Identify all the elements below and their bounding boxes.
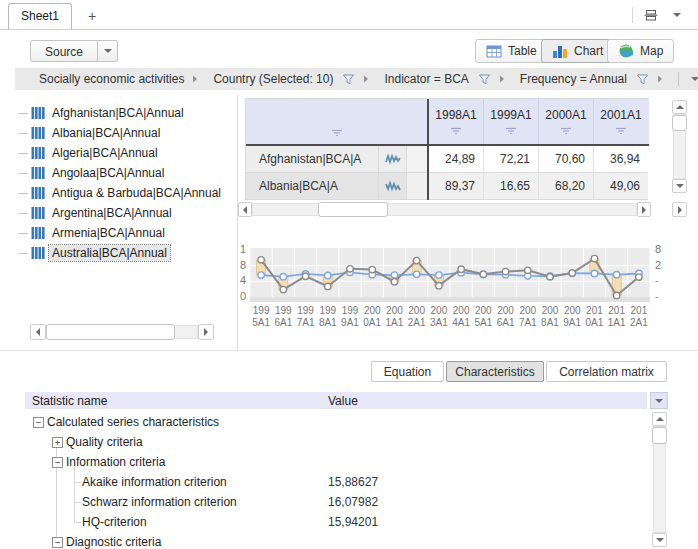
collapse-icon[interactable]: − bbox=[33, 417, 44, 428]
stat-name-column-header[interactable]: Statistic name bbox=[32, 394, 107, 408]
series-bars-icon bbox=[31, 247, 45, 259]
column-header-1998A1[interactable]: 1998A1 bbox=[428, 99, 483, 144]
source-button[interactable]: Source bbox=[30, 40, 98, 62]
tree-item-algeria[interactable]: Algeria|BCA|Annual bbox=[18, 143, 161, 163]
scrollbar-thumb[interactable] bbox=[672, 115, 687, 131]
filter-icon[interactable] bbox=[636, 73, 649, 86]
tree-item-argentina[interactable]: Argentina|BCA|Annual bbox=[18, 203, 175, 223]
selected-series-marker bbox=[436, 282, 442, 288]
view-button-map[interactable]: Map bbox=[607, 39, 674, 63]
filter-icon[interactable] bbox=[342, 73, 355, 86]
tree-item-armenia[interactable]: Armenia|BCA|Annual bbox=[18, 223, 168, 243]
x-axis-label: 0A1 bbox=[586, 317, 604, 328]
stat-row-akaike-information-criterion[interactable]: Akaike information criterion15,88627 bbox=[25, 472, 647, 492]
bar-glyph bbox=[32, 207, 35, 219]
column-filter-icon[interactable] bbox=[331, 129, 343, 137]
stat-name: Akaike information criterion bbox=[82, 475, 227, 489]
tab-correlation-matrix[interactable]: Correlation matrix bbox=[546, 361, 667, 382]
stat-name: Information criteria bbox=[66, 455, 165, 469]
tree-item-afghanistan[interactable]: Afghanistan|BCA|Annual bbox=[18, 103, 187, 123]
scroll-right-button[interactable] bbox=[637, 202, 651, 217]
stat-grid-vscrollbar[interactable] bbox=[652, 412, 667, 549]
scroll-right-button[interactable] bbox=[198, 324, 214, 340]
collapse-icon[interactable]: − bbox=[52, 537, 63, 548]
scrollbar-track[interactable] bbox=[252, 203, 637, 216]
breadcrumb-item[interactable]: Socially economic activities bbox=[39, 72, 197, 86]
right-axis-tick: - bbox=[655, 290, 659, 302]
stat-row-hq-criterion[interactable]: HQ-criterion15,94201 bbox=[25, 512, 647, 532]
tree-item-albania[interactable]: Albania|BCA|Annual bbox=[18, 123, 163, 143]
value-cell: 24,89 bbox=[428, 146, 483, 173]
stat-row-calculated-series-characteristics[interactable]: −Calculated series characteristics bbox=[25, 412, 647, 432]
tree-item-antigua-barbuda[interactable]: Antigua & Barbuda|BCA|Annual bbox=[18, 183, 224, 203]
stat-row-schwarz-information-criterion[interactable]: Schwarz information criterion16,07982 bbox=[25, 492, 647, 512]
bar-glyph bbox=[35, 167, 38, 179]
column-header-1999A1[interactable]: 1999A1 bbox=[483, 99, 538, 144]
bar-glyph bbox=[39, 247, 42, 259]
series-bars-icon bbox=[31, 187, 45, 199]
table-row[interactable]: Afghanistan|BCA|A24,8972,2170,6036,94 bbox=[246, 146, 649, 173]
data-grid-hscrollbar[interactable] bbox=[238, 202, 651, 217]
stat-row-information-criteria[interactable]: −Information criteria bbox=[25, 452, 647, 472]
layout-options-button[interactable] bbox=[640, 5, 662, 25]
view-button-chart[interactable]: Chart bbox=[541, 39, 614, 63]
stat-row-quality-criteria[interactable]: +Quality criteria bbox=[25, 432, 647, 452]
column-filter-icon[interactable] bbox=[505, 127, 517, 135]
tab-characteristics[interactable]: Characteristics bbox=[446, 361, 544, 382]
column-header-label: 1999A1 bbox=[484, 108, 538, 122]
breadcrumb-item-label: Socially economic activities bbox=[39, 72, 184, 86]
view-button-table[interactable]: Table bbox=[475, 39, 548, 63]
comparison-series-marker bbox=[613, 271, 619, 277]
column-filter-icon[interactable] bbox=[615, 127, 627, 135]
series-chart[interactable]: 184082--1995A11996A11997A11998A11999A120… bbox=[236, 226, 684, 348]
scroll-down-button[interactable] bbox=[672, 179, 687, 193]
x-axis-label: 200 bbox=[364, 305, 381, 316]
scroll-up-button[interactable] bbox=[652, 412, 667, 426]
grid-corner-scroll-button[interactable] bbox=[672, 202, 687, 217]
series-column-header[interactable] bbox=[246, 99, 428, 144]
breadcrumb-item[interactable]: Indicator = BCA bbox=[384, 72, 503, 86]
add-sheet-button[interactable]: + bbox=[80, 6, 104, 26]
data-grid-header: 1998A11999A12000A12001A1 bbox=[246, 99, 649, 146]
tabstrip-menu-button[interactable] bbox=[668, 5, 686, 25]
expand-icon[interactable]: + bbox=[52, 437, 63, 448]
scrollbar-thumb[interactable] bbox=[318, 202, 388, 217]
stat-row-diagnostic-criteria[interactable]: −Diagnostic criteria bbox=[25, 532, 647, 549]
bar-glyph bbox=[35, 227, 38, 239]
column-header-2000A1[interactable]: 2000A1 bbox=[538, 99, 593, 144]
breadcrumb-item[interactable]: Country (Selected: 10) bbox=[213, 72, 368, 86]
selected-series-marker bbox=[525, 267, 531, 273]
column-filter-icon[interactable] bbox=[560, 127, 572, 135]
scroll-left-button[interactable] bbox=[238, 202, 252, 217]
scrollbar-thumb[interactable] bbox=[652, 427, 667, 444]
tree-item-angolaa[interactable]: Angolaa|BCA|Annual bbox=[18, 163, 167, 183]
collapse-icon[interactable]: − bbox=[52, 457, 63, 468]
scroll-left-button[interactable] bbox=[30, 324, 46, 340]
scroll-up-button[interactable] bbox=[672, 100, 687, 114]
tree-item-australia[interactable]: Australia|BCA|Annual bbox=[18, 243, 170, 263]
series-tree-hscrollbar[interactable] bbox=[30, 324, 216, 340]
scroll-down-button[interactable] bbox=[652, 533, 667, 547]
table-row[interactable]: Albania|BCA|A89,3716,6568,2049,06 bbox=[246, 173, 649, 200]
filter-icon[interactable] bbox=[478, 73, 491, 86]
breadcrumb-item[interactable]: Frequency = Annual bbox=[520, 72, 662, 86]
bar-glyph bbox=[32, 127, 35, 139]
sheet-tab[interactable]: Sheet1 bbox=[8, 3, 72, 29]
stat-name: Schwarz information criterion bbox=[82, 495, 237, 509]
column-header-2001A1[interactable]: 2001A1 bbox=[593, 99, 648, 144]
x-axis-label: 200 bbox=[386, 305, 403, 316]
chart-icon bbox=[552, 44, 568, 58]
column-filter-icon[interactable] bbox=[450, 127, 462, 135]
source-dropdown-button[interactable] bbox=[98, 40, 118, 62]
value-cell: 72,21 bbox=[483, 146, 538, 173]
tab-equation[interactable]: Equation bbox=[371, 361, 444, 382]
scrollbar-thumb[interactable] bbox=[46, 324, 175, 340]
stat-grid-menu-button[interactable] bbox=[650, 392, 668, 409]
stat-grid-header: Statistic name Value bbox=[25, 392, 647, 409]
bar-glyph bbox=[35, 247, 38, 259]
data-grid-vscrollbar[interactable] bbox=[672, 100, 687, 193]
workbook-window: Sheet1 + Source Socially economic activi… bbox=[0, 0, 698, 549]
breadcrumb-menu-button[interactable] bbox=[688, 72, 698, 86]
stat-value-column-header[interactable]: Value bbox=[328, 394, 358, 408]
value-cell: 70,60 bbox=[538, 146, 593, 173]
